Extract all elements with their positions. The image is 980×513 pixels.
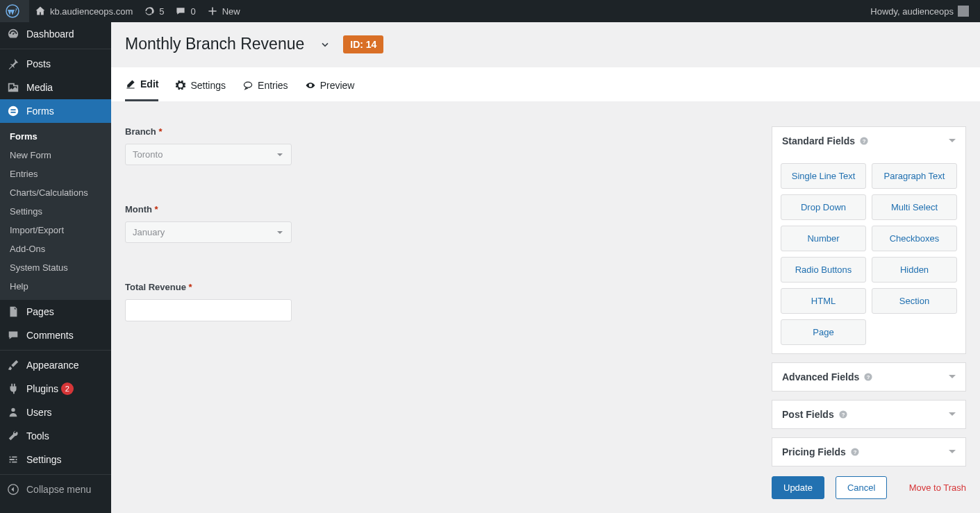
updates[interactable]: 5 [138,0,169,22]
howdy-label: Howdy, audienceops [870,6,954,17]
avatar [958,6,969,17]
comment-icon [175,6,186,17]
admin-bar-left: kb.audienceops.com 5 0 New [0,0,246,22]
home-icon [35,6,46,17]
admin-bar-right: Howdy, audienceops [865,0,974,22]
updates-count: 5 [159,6,164,17]
site-name-label: kb.audienceops.com [50,6,133,17]
comments-count: 0 [190,6,195,17]
site-name[interactable]: kb.audienceops.com [29,0,138,22]
wordpress-icon [6,4,19,18]
new-label: New [222,6,240,17]
my-account[interactable]: Howdy, audienceops [865,0,974,22]
refresh-icon [144,6,155,17]
comments[interactable]: 0 [169,0,201,22]
admin-bar: kb.audienceops.com 5 0 New Howdy, audien… [0,0,980,22]
new-content[interactable]: New [201,0,246,22]
wp-logo[interactable] [0,0,29,22]
plus-icon [207,6,218,17]
